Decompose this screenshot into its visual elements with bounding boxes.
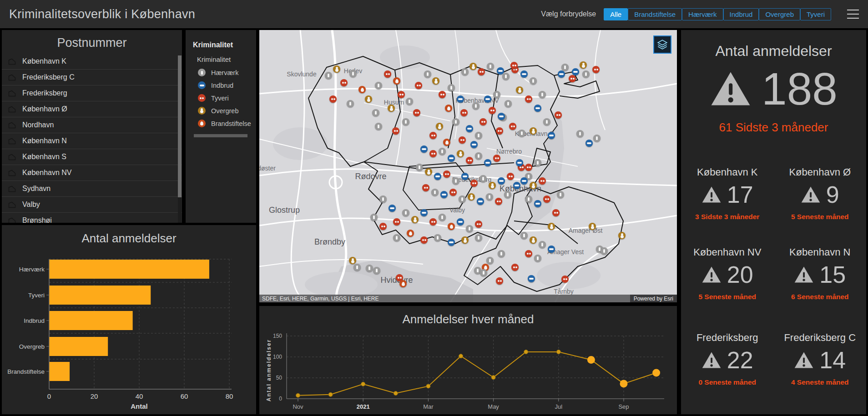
postnummer-item-k-benhavn-s[interactable]: København S — [2, 149, 182, 165]
crime-marker-h[interactable] — [466, 225, 473, 232]
crime-marker-h[interactable] — [576, 130, 584, 137]
crime-marker-t[interactable] — [478, 68, 485, 75]
crime-marker-t[interactable] — [543, 195, 550, 203]
crime-marker-b[interactable] — [399, 280, 407, 287]
crime-marker-t[interactable] — [496, 277, 503, 285]
crime-marker-b[interactable] — [358, 86, 366, 93]
filter-button-brandstiftelse[interactable]: Brandstiftelse — [628, 8, 682, 20]
crime-marker-b[interactable] — [443, 139, 450, 146]
crime-marker-t[interactable] — [511, 264, 519, 271]
bar-indbrud[interactable] — [50, 311, 133, 330]
crime-marker-t[interactable] — [509, 123, 516, 130]
crime-marker-i[interactable] — [440, 191, 448, 198]
crime-marker-b[interactable] — [393, 77, 400, 85]
crime-marker-i[interactable] — [484, 95, 491, 103]
crime-marker-t[interactable] — [439, 91, 446, 98]
crime-marker-h[interactable] — [325, 72, 332, 79]
crime-marker-t[interactable] — [415, 82, 422, 89]
crime-marker-o[interactable] — [530, 236, 537, 244]
crime-marker-h[interactable] — [486, 193, 493, 200]
crime-marker-t[interactable] — [525, 250, 532, 257]
crime-marker-o[interactable] — [589, 223, 596, 230]
filter-button-tyveri[interactable]: Tyveri — [800, 8, 831, 20]
crime-marker-h[interactable] — [479, 175, 487, 182]
crime-marker-h[interactable] — [480, 269, 487, 276]
crime-marker-h[interactable] — [518, 130, 525, 137]
crime-marker-h[interactable] — [525, 195, 532, 203]
crime-marker-i[interactable] — [534, 105, 541, 112]
crime-marker-o[interactable] — [548, 223, 555, 230]
crime-marker-o[interactable] — [388, 105, 395, 112]
crime-marker-o[interactable] — [461, 236, 469, 244]
crime-marker-t[interactable] — [470, 180, 478, 187]
crime-marker-i[interactable] — [389, 205, 396, 212]
crime-marker-h[interactable] — [487, 63, 494, 70]
crime-marker-h[interactable] — [439, 214, 446, 221]
crime-marker-i[interactable] — [470, 141, 478, 148]
crime-marker-t[interactable] — [569, 75, 576, 82]
bar-h-rv-rk[interactable] — [50, 260, 209, 279]
crime-marker-i[interactable] — [548, 246, 555, 253]
crime-marker-t[interactable] — [379, 223, 387, 230]
crime-marker-t[interactable] — [493, 155, 500, 162]
crime-marker-o[interactable] — [365, 95, 372, 103]
crime-marker-h[interactable] — [349, 70, 357, 77]
filter-button-alle[interactable]: Alle — [604, 8, 628, 20]
postnummer-item-frederiksberg-c[interactable]: Frederiksberg C — [2, 70, 182, 85]
crime-marker-h[interactable] — [452, 177, 459, 185]
crime-marker-h[interactable] — [582, 70, 590, 78]
crime-marker-h[interactable] — [452, 118, 459, 125]
bar-brandstiftelse[interactable] — [50, 362, 70, 381]
crime-marker-h[interactable] — [561, 64, 569, 71]
postnummer-item-sydhavn[interactable]: Sydhavn — [2, 181, 182, 197]
crime-marker-b[interactable] — [407, 230, 414, 237]
crime-marker-i[interactable] — [520, 70, 528, 78]
crime-marker-o[interactable] — [425, 168, 432, 175]
crime-marker-t[interactable] — [429, 218, 437, 226]
crime-marker-t[interactable] — [392, 127, 399, 135]
crime-marker-h[interactable] — [353, 264, 361, 271]
crime-marker-h[interactable] — [370, 214, 378, 221]
bar-tyveri[interactable] — [50, 286, 151, 305]
crime-marker-h[interactable] — [406, 98, 413, 105]
crime-marker-o[interactable] — [516, 86, 523, 94]
crime-marker-o[interactable] — [411, 216, 419, 223]
crime-marker-h[interactable] — [475, 132, 482, 139]
crime-marker-t[interactable] — [420, 236, 428, 244]
crime-marker-h[interactable] — [393, 234, 400, 241]
crime-marker-h[interactable] — [416, 164, 423, 171]
crime-marker-i[interactable] — [498, 113, 505, 120]
crime-marker-t[interactable] — [393, 218, 400, 226]
powered-by-esri[interactable]: Powered by Esri — [630, 295, 677, 302]
filter-button-indbrud[interactable]: Indbrud — [723, 8, 759, 20]
crime-marker-o[interactable] — [432, 77, 439, 85]
crime-marker-i[interactable] — [420, 145, 428, 153]
crime-marker-i[interactable] — [457, 95, 464, 103]
crime-marker-t[interactable] — [460, 109, 468, 116]
crime-marker-t[interactable] — [507, 173, 514, 180]
crime-marker-h[interactable] — [534, 255, 541, 262]
crime-marker-t[interactable] — [555, 111, 562, 119]
crime-marker-h[interactable] — [347, 100, 354, 107]
crime-marker-t[interactable] — [489, 107, 496, 114]
crime-marker-o[interactable] — [468, 193, 475, 200]
crime-marker-t[interactable] — [429, 150, 437, 157]
crime-marker-h[interactable] — [459, 195, 466, 203]
crime-marker-i[interactable] — [477, 198, 484, 205]
crime-marker-i[interactable] — [497, 67, 504, 75]
crime-marker-h[interactable] — [601, 247, 608, 255]
crime-marker-t[interactable] — [552, 209, 560, 216]
postnummer-item-valby[interactable]: Valby — [2, 197, 182, 213]
postnummer-item-k-benhavn-[interactable]: København Ø — [2, 101, 182, 117]
postnummer-item-k-benhavn-nv[interactable]: København NV — [2, 165, 182, 181]
scrollbar-thumb[interactable] — [178, 55, 182, 197]
filter-button-overgreb[interactable]: Overgreb — [759, 8, 800, 20]
crime-marker-t[interactable] — [592, 66, 600, 73]
crime-marker-h[interactable] — [505, 100, 512, 107]
crime-marker-h[interactable] — [493, 91, 500, 98]
crime-marker-t[interactable] — [429, 132, 437, 139]
crime-marker-t[interactable] — [329, 95, 337, 103]
crime-marker-o[interactable] — [349, 257, 356, 264]
crime-marker-t[interactable] — [525, 95, 532, 103]
crime-marker-h[interactable] — [475, 234, 482, 241]
